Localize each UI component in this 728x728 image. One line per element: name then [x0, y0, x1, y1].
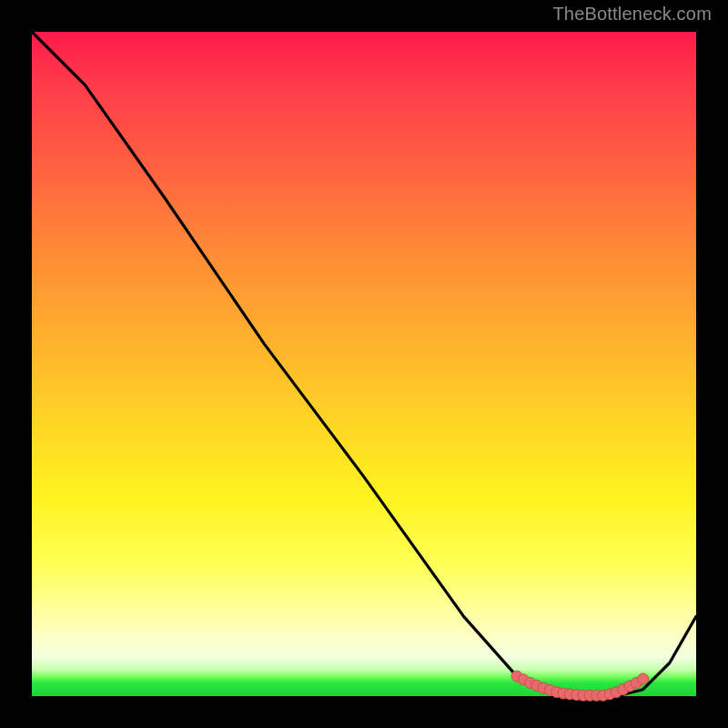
highlight-dots [511, 671, 649, 701]
curve-path [32, 32, 696, 696]
chart-svg [32, 32, 696, 696]
highlight-dot [638, 673, 649, 684]
plot-area [32, 32, 696, 696]
chart-frame: TheBottleneck.com [0, 0, 728, 728]
attribution-label: TheBottleneck.com [552, 4, 712, 25]
line-series [32, 32, 696, 696]
